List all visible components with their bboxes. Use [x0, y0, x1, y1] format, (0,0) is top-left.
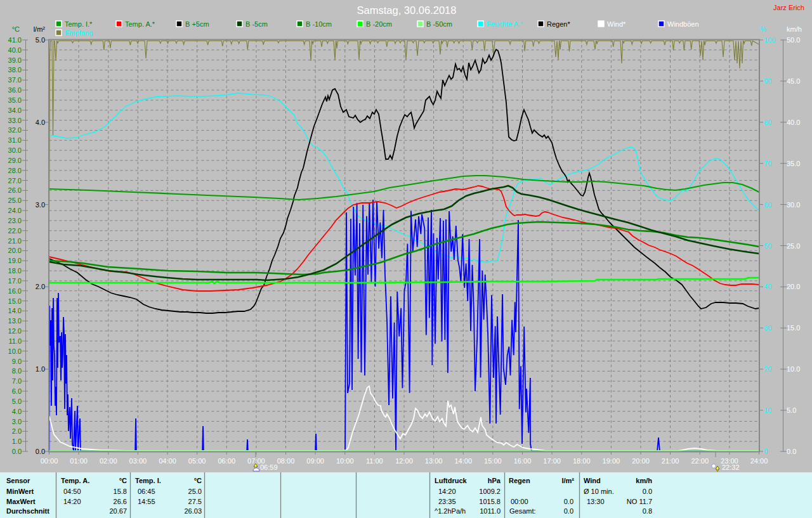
svg-text:30.0: 30.0 [8, 146, 22, 154]
svg-text:°C: °C [12, 25, 20, 33]
svg-text:00:00: 00:00 [41, 457, 58, 465]
svg-text:32.0: 32.0 [8, 126, 22, 134]
svg-text:26.03: 26.03 [184, 507, 202, 515]
svg-text:29.0: 29.0 [8, 157, 22, 164]
svg-text:01:00: 01:00 [70, 457, 88, 465]
svg-text:22:32: 22:32 [722, 463, 740, 471]
svg-text:6.0: 6.0 [12, 387, 22, 395]
svg-text:45.0: 45.0 [787, 77, 800, 85]
svg-text:0.0: 0.0 [564, 498, 573, 505]
svg-text:05:00: 05:00 [188, 457, 206, 465]
svg-text:09:00: 09:00 [306, 457, 324, 465]
svg-text:B -50cm: B -50cm [426, 20, 452, 28]
svg-text:23:35: 23:35 [438, 498, 456, 505]
svg-text:10: 10 [764, 406, 771, 414]
svg-text:22.0: 22.0 [8, 227, 22, 235]
svg-text:0.8: 0.8 [643, 507, 652, 515]
svg-text:^1.2hPa/h: ^1.2hPa/h [435, 507, 466, 515]
svg-text:Durchschnitt: Durchschnitt [6, 507, 49, 515]
svg-text:25.0: 25.0 [787, 242, 800, 250]
svg-text:41.0: 41.0 [8, 36, 22, 44]
svg-text:1011.0: 1011.0 [480, 507, 501, 515]
svg-text:9.0: 9.0 [12, 358, 22, 365]
svg-text:40.0: 40.0 [787, 119, 800, 126]
svg-text:0.0: 0.0 [564, 507, 573, 515]
svg-text:Ø 10 min.: Ø 10 min. [584, 488, 614, 495]
svg-text:Gesamt:: Gesamt: [509, 507, 536, 515]
svg-text:15.0: 15.0 [8, 297, 22, 305]
svg-text:25.0: 25.0 [188, 488, 202, 495]
svg-text:04:00: 04:00 [159, 457, 176, 465]
svg-text:26.0: 26.0 [8, 186, 22, 194]
svg-text:0.0: 0.0 [12, 448, 22, 455]
svg-text:31.0: 31.0 [8, 136, 22, 144]
svg-text:06:59: 06:59 [260, 463, 278, 471]
svg-text:3.0: 3.0 [12, 418, 22, 425]
svg-text:14:20: 14:20 [438, 488, 456, 495]
svg-text:l/m²: l/m² [34, 25, 46, 33]
svg-text:14:00: 14:00 [454, 457, 472, 465]
svg-text:1.0: 1.0 [36, 365, 45, 373]
svg-text:2.0: 2.0 [36, 283, 45, 290]
svg-text:14:20: 14:20 [63, 498, 81, 505]
svg-text:40: 40 [764, 283, 771, 290]
svg-text:00:00: 00:00 [511, 498, 528, 505]
svg-text:5.0: 5.0 [36, 36, 45, 44]
svg-text:Empfang: Empfang [65, 29, 93, 37]
svg-text:MinWert: MinWert [6, 488, 34, 495]
svg-text:5.0: 5.0 [787, 406, 796, 414]
svg-text:35.0: 35.0 [8, 96, 22, 104]
svg-text:37.0: 37.0 [8, 76, 22, 84]
svg-text:5.0: 5.0 [12, 398, 22, 405]
svg-text:06:00: 06:00 [218, 457, 235, 465]
svg-text:100: 100 [764, 36, 775, 44]
svg-text:50.0: 50.0 [787, 36, 800, 44]
svg-text:22:00: 22:00 [691, 457, 709, 465]
svg-text:Temp. A.*: Temp. A.* [125, 20, 155, 28]
svg-text:27.5: 27.5 [188, 498, 202, 505]
svg-text:°C: °C [194, 477, 202, 484]
svg-text:4.0: 4.0 [12, 408, 22, 415]
svg-text:l/m²: l/m² [561, 477, 574, 484]
svg-text:B -20cm: B -20cm [366, 20, 392, 28]
svg-text:3.0: 3.0 [36, 201, 45, 209]
svg-text:80: 80 [764, 119, 771, 126]
svg-text:17:00: 17:00 [543, 457, 561, 465]
svg-text:0: 0 [764, 448, 768, 455]
svg-text:21:00: 21:00 [662, 457, 679, 465]
svg-text:40.0: 40.0 [8, 46, 22, 54]
svg-text:1.0: 1.0 [12, 437, 22, 445]
svg-text:1015.8: 1015.8 [479, 498, 501, 505]
svg-text:25.0: 25.0 [8, 197, 22, 204]
svg-text:24:00: 24:00 [750, 457, 768, 465]
svg-text:13:00: 13:00 [425, 457, 443, 465]
svg-text:MaxWert: MaxWert [6, 498, 36, 505]
svg-text:02:00: 02:00 [100, 457, 117, 465]
svg-text:30.0: 30.0 [787, 201, 800, 209]
svg-text:NO 11.7: NO 11.7 [627, 498, 652, 505]
svg-text:15.0: 15.0 [787, 324, 800, 332]
svg-text:11.0: 11.0 [8, 337, 22, 345]
svg-text:km/h: km/h [636, 477, 652, 484]
svg-text:0.0: 0.0 [643, 488, 652, 495]
svg-text:B -5cm: B -5cm [246, 20, 268, 28]
svg-text:18.0: 18.0 [8, 267, 22, 275]
svg-text:B -10cm: B -10cm [306, 20, 332, 28]
svg-text:35.0: 35.0 [787, 160, 800, 167]
svg-text:33.0: 33.0 [8, 117, 22, 124]
svg-text:km/h: km/h [787, 25, 802, 33]
svg-text:28.0: 28.0 [8, 167, 22, 174]
svg-text:03:00: 03:00 [129, 457, 147, 465]
svg-text:90: 90 [764, 77, 771, 85]
svg-text:20.0: 20.0 [8, 247, 22, 254]
svg-text:Temp. A.: Temp. A. [61, 477, 89, 484]
svg-text:Luftdruck: Luftdruck [435, 477, 468, 484]
svg-text:04:50: 04:50 [63, 488, 81, 495]
svg-text:16:00: 16:00 [514, 457, 532, 465]
svg-text:13.0: 13.0 [8, 317, 22, 325]
svg-text:Feuchte A.*: Feuchte A.* [487, 20, 523, 28]
svg-text:08:00: 08:00 [277, 457, 295, 465]
svg-text:15.8: 15.8 [114, 488, 127, 495]
svg-text:21.0: 21.0 [8, 237, 22, 245]
svg-text:19.0: 19.0 [8, 257, 22, 264]
